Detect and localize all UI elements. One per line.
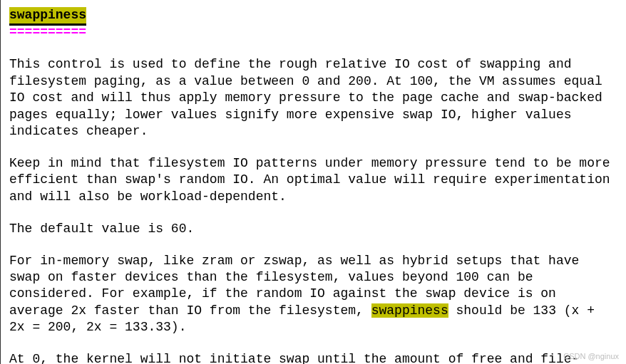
document-content: swappiness ========== This control is us… — [0, 0, 626, 364]
doc-title: swappiness — [9, 7, 86, 26]
paragraph-5: At 0, the kernel will not initiate swap … — [9, 351, 617, 364]
title-underline: ========== — [9, 24, 617, 41]
highlight-swappiness: swappiness — [371, 303, 448, 318]
paragraph-3: The default value is 60. — [9, 221, 617, 237]
paragraph-1: This control is used to define the rough… — [9, 56, 617, 140]
watermark: CSDN @nginux — [563, 351, 619, 361]
paragraph-4: For in-memory swap, like zram or zswap, … — [9, 253, 617, 336]
paragraph-2: Keep in mind that filesystem IO patterns… — [9, 155, 617, 205]
